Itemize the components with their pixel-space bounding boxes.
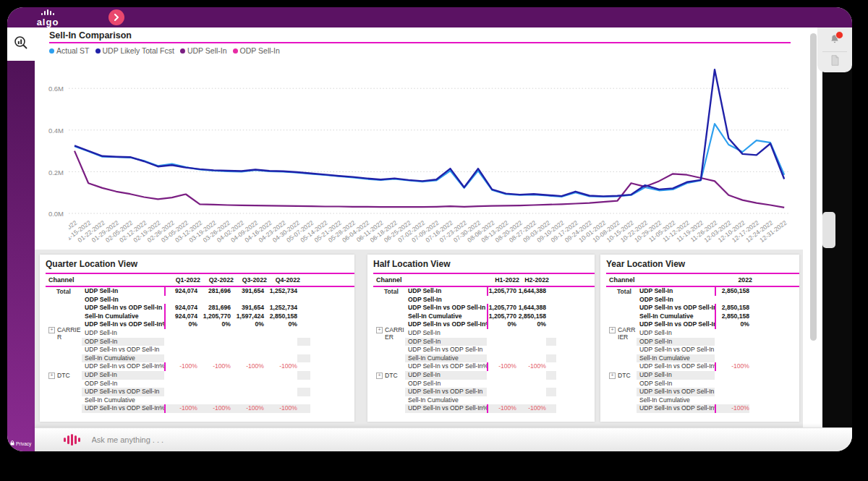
table-row[interactable]: +DTCUDP Sell-In	[373, 371, 595, 380]
value-cell: 281,696	[197, 287, 231, 296]
column-header[interactable]: H2-2022	[519, 276, 549, 284]
app-logo: algo	[29, 8, 67, 28]
legend-item[interactable]: Actual ST	[49, 46, 90, 55]
table-row[interactable]: UDP Sell-In vs ODP Sell-In%-100%-100%-10…	[46, 404, 354, 413]
column-header[interactable]: Channel	[606, 276, 718, 284]
table-row[interactable]: UDP Sell-In vs ODP Sell-In%-100%-100%	[373, 404, 595, 413]
table-row[interactable]: UDP Sell-In vs ODP Sell-In%0%0%	[373, 320, 595, 329]
table-row[interactable]: UDP Sell-In vs ODP Sell-In2,850,158	[606, 304, 799, 312]
table-row[interactable]: UDP Sell-In vs ODP Sell-In	[46, 346, 354, 354]
value-cell: -100%	[487, 404, 516, 413]
group-label: Total	[56, 288, 71, 295]
column-header[interactable]: Q4-2022	[267, 276, 300, 284]
table-row[interactable]: Sell-In Cumulative924,0741,205,7701,597,…	[46, 312, 354, 321]
column-header[interactable]: Q1-2022	[167, 276, 200, 284]
expand-button[interactable]: +	[48, 327, 55, 333]
table-row[interactable]: +CARRIERUDP Sell-In	[46, 329, 354, 338]
table-row[interactable]: ODP Sell-In	[373, 338, 595, 346]
table-row[interactable]: +DTCUDP Sell-In	[46, 371, 354, 380]
collapsed-panel-tab[interactable]	[822, 212, 835, 248]
legend-item[interactable]: UDP Sell-In	[180, 46, 227, 55]
tables-strip: Quarter Location View ChannelQ1-2022Q2-2…	[35, 250, 803, 428]
legend-item[interactable]: ODP Sell-In	[233, 46, 280, 55]
table-row[interactable]: ODP Sell-In	[373, 380, 595, 388]
column-header[interactable]: Channel	[373, 276, 490, 284]
table-row[interactable]: UDP Sell-In vs ODP Sell-In%-100%	[606, 404, 799, 413]
group-label: DTC	[618, 372, 631, 379]
table-row[interactable]: +CARRIERUDP Sell-In	[606, 329, 799, 338]
metric-label: UDP Sell-In vs ODP Sell-In%	[405, 404, 487, 413]
metric-label: Sell-In Cumulative	[82, 312, 164, 321]
table-row[interactable]: ODP Sell-In	[606, 296, 799, 305]
table-row[interactable]: UDP Sell-In vs ODP Sell-In	[373, 346, 595, 354]
table-row[interactable]: UDP Sell-In vs ODP Sell-In%-100%	[606, 362, 799, 371]
table-row[interactable]: UDP Sell-In vs ODP Sell-In	[373, 388, 595, 396]
table-row[interactable]: Sell-In Cumulative	[373, 396, 595, 405]
table-row[interactable]: UDP Sell-In vs ODP Sell-In%-100%-100%	[373, 362, 595, 371]
filler-cell	[546, 287, 556, 296]
main-content: Sell-In Comparison Actual STUDP Likely T…	[35, 27, 822, 428]
expand-nav-button[interactable]	[109, 9, 124, 25]
table-row[interactable]: TotalUDP Sell-In924,074281,696391,6541,2…	[46, 287, 354, 296]
table-row[interactable]: ODP Sell-In	[46, 296, 354, 305]
group-cell: Total	[373, 288, 405, 295]
table-row[interactable]: UDP Sell-In vs ODP Sell-In%0%0%0%0%	[46, 320, 354, 329]
table-row[interactable]: +CARRIERUDP Sell-In	[373, 329, 595, 338]
table-row[interactable]: ODP Sell-In	[606, 380, 799, 388]
expand-button[interactable]: +	[48, 373, 55, 379]
vertical-scrollbar[interactable]	[810, 33, 817, 341]
table-row[interactable]: ODP Sell-In	[373, 296, 595, 305]
table-row[interactable]: UDP Sell-In vs ODP Sell-In	[606, 388, 799, 396]
filler-cell	[546, 296, 556, 305]
table-row[interactable]: UDP Sell-In vs ODP Sell-In	[46, 388, 354, 396]
value-cell: -100%	[197, 362, 231, 371]
table-row[interactable]: UDP Sell-In vs ODP Sell-In	[606, 346, 799, 354]
value-cell: 0%	[231, 320, 264, 329]
column-header[interactable]: Q2-2022	[200, 276, 234, 284]
line-chart[interactable]: 01-08-202201-15-202201-22-202201-29-2022…	[69, 61, 792, 244]
column-header[interactable]: 2022	[718, 276, 752, 284]
metric-label: UDP Sell-In vs ODP Sell-In	[405, 388, 487, 396]
left-sidebar: Privacy	[7, 27, 35, 451]
notifications-button[interactable]	[829, 33, 841, 48]
table-row[interactable]: UDP Sell-In vs ODP Sell-In1,205,7701,644…	[373, 304, 595, 312]
column-header[interactable]: Q3-2022	[234, 276, 267, 284]
table-row[interactable]: ODP Sell-In	[46, 338, 354, 346]
legend-dot-icon	[233, 48, 238, 54]
filler-cell	[297, 371, 310, 380]
table-row[interactable]: UDP Sell-In vs ODP Sell-In%-100%-100%-10…	[46, 362, 354, 371]
table-row[interactable]: Sell-In Cumulative	[606, 396, 799, 405]
table-row[interactable]: Sell-In Cumulative	[46, 354, 354, 363]
table-row[interactable]: Sell-In Cumulative2,850,158	[606, 312, 799, 321]
table-row[interactable]: TotalUDP Sell-In1,205,7701,644,388	[373, 287, 595, 296]
table-row[interactable]: UDP Sell-In vs ODP Sell-In924,074281,696…	[46, 304, 354, 312]
column-header[interactable]: H1-2022	[490, 276, 519, 284]
table-row[interactable]: ODP Sell-In	[46, 380, 354, 388]
table-row[interactable]: Sell-In Cumulative	[606, 354, 799, 363]
metric-label: ODP Sell-In	[405, 296, 487, 305]
report-button[interactable]	[830, 55, 840, 69]
table-row[interactable]: TotalUDP Sell-In2,850,158	[606, 287, 799, 296]
expand-button[interactable]: +	[376, 373, 383, 379]
metric-label: UDP Sell-In	[637, 287, 715, 296]
column-header[interactable]: Channel	[46, 276, 167, 284]
table-row[interactable]: Sell-In Cumulative	[46, 396, 354, 405]
matrix-table: ChannelH1-2022H2-2022TotalUDP Sell-In1,2…	[373, 273, 595, 413]
privacy-link[interactable]: Privacy	[10, 440, 31, 446]
metric-label: UDP Sell-In	[637, 371, 715, 380]
metric-label: Sell-In Cumulative	[405, 396, 487, 405]
ask-input[interactable]	[90, 435, 310, 445]
legend-item[interactable]: UDP Likely Total Fcst	[95, 46, 174, 55]
expand-button[interactable]: +	[376, 327, 383, 333]
table-row[interactable]: +DTCUDP Sell-In	[606, 371, 799, 380]
table-row[interactable]: Sell-In Cumulative	[373, 354, 595, 363]
sidebar-item-analytics[interactable]	[7, 27, 35, 61]
expand-button[interactable]: +	[609, 373, 616, 379]
mic-wave-icon[interactable]	[64, 434, 80, 446]
metric-label: UDP Sell-In vs ODP Sell-In%	[637, 404, 715, 413]
filler-cell	[546, 404, 556, 413]
metric-label: UDP Sell-In vs ODP Sell-In	[82, 346, 164, 354]
half-location-view-card: Half Location View ChannelH1-2022H2-2022…	[367, 255, 595, 422]
expand-button[interactable]: +	[609, 327, 616, 333]
table-row[interactable]: Sell-In Cumulative1,205,7702,850,158	[373, 312, 595, 321]
